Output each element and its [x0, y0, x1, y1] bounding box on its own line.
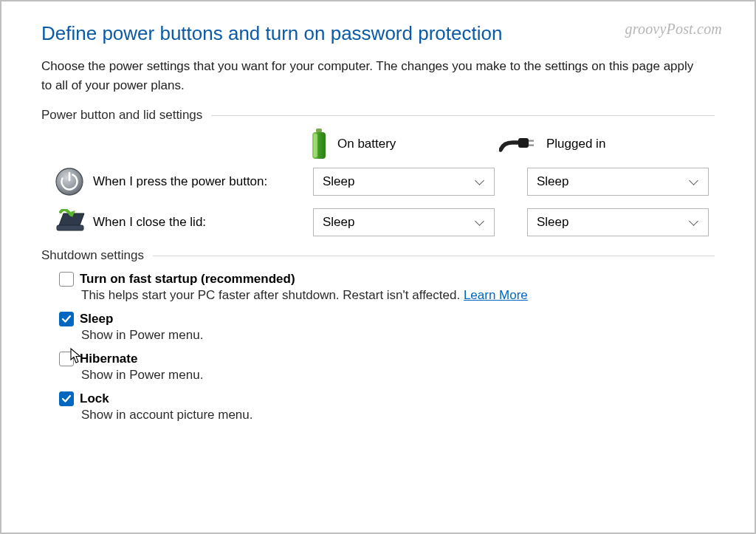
row-close-lid: When I close the lid: Sleep Sleep	[55, 208, 715, 236]
chevron-down-icon	[476, 177, 485, 186]
select-close-lid-battery[interactable]: Sleep	[313, 208, 495, 236]
column-on-battery-label: On battery	[337, 137, 396, 151]
hibernate-desc: Show in Power menu.	[81, 368, 715, 383]
watermark: groovyPost.com	[625, 21, 722, 38]
row-close-lid-label: When I close the lid:	[93, 215, 313, 230]
hibernate-title: Hibernate	[80, 352, 137, 366]
section-divider	[153, 256, 715, 256]
svg-rect-2	[314, 134, 317, 157]
svg-rect-4	[529, 140, 534, 142]
learn-more-link[interactable]: Learn More	[464, 288, 528, 302]
select-power-button-plugged-value: Sleep	[537, 174, 568, 189]
fast-startup-title: Turn on fast startup (recommended)	[80, 272, 295, 287]
shutdown-item-fast-startup: Turn on fast startup (recommended) This …	[59, 272, 715, 303]
plug-icon	[499, 134, 536, 154]
chevron-down-icon	[476, 218, 485, 227]
svg-rect-0	[316, 129, 322, 132]
section-divider	[211, 115, 715, 116]
battery-icon	[311, 129, 327, 160]
section-power-button-lid: Power button and lid settings	[41, 108, 715, 123]
shutdown-item-hibernate: Hibernate Show in Power menu.	[59, 352, 715, 383]
columns-header: On battery Plugged in	[41, 129, 715, 160]
chevron-down-icon	[690, 218, 699, 227]
page-intro: Choose the power settings that you want …	[41, 57, 698, 95]
laptop-lid-icon	[55, 209, 93, 236]
column-plugged-in: Plugged in	[499, 129, 662, 160]
svg-rect-3	[518, 138, 529, 148]
shutdown-item-lock: Lock Show in account picture menu.	[59, 391, 715, 422]
select-close-lid-battery-value: Sleep	[323, 215, 354, 230]
select-power-button-battery-value: Sleep	[323, 174, 354, 189]
column-plugged-in-label: Plugged in	[546, 137, 605, 151]
row-power-button-label: When I press the power button:	[93, 174, 313, 189]
chevron-down-icon	[690, 177, 699, 186]
section-shutdown-label: Shutdown settings	[41, 248, 144, 263]
checkbox-hibernate[interactable]	[59, 352, 74, 366]
fast-startup-desc-text: This helps start your PC faster after sh…	[81, 288, 464, 302]
power-button-icon	[55, 167, 93, 196]
column-on-battery: On battery	[311, 129, 499, 160]
lock-title: Lock	[80, 391, 109, 406]
section-shutdown: Shutdown settings	[41, 248, 715, 263]
page-title: Define power buttons and turn on passwor…	[41, 22, 715, 45]
checkbox-fast-startup[interactable]	[59, 272, 74, 287]
section-power-button-lid-label: Power button and lid settings	[41, 108, 202, 123]
svg-rect-9	[57, 225, 83, 230]
select-close-lid-plugged-value: Sleep	[537, 215, 568, 230]
checkbox-sleep[interactable]	[59, 312, 74, 326]
lock-desc: Show in account picture menu.	[81, 408, 715, 422]
select-close-lid-plugged[interactable]: Sleep	[527, 208, 709, 236]
checkbox-lock[interactable]	[59, 391, 74, 406]
select-power-button-battery[interactable]: Sleep	[313, 168, 495, 196]
fast-startup-desc: This helps start your PC faster after sh…	[81, 288, 715, 303]
svg-rect-5	[529, 145, 534, 146]
shutdown-item-sleep: Sleep Show in Power menu.	[59, 312, 715, 343]
sleep-desc: Show in Power menu.	[81, 328, 715, 343]
sleep-title: Sleep	[80, 312, 113, 326]
row-power-button: When I press the power button: Sleep Sle…	[55, 167, 715, 196]
select-power-button-plugged[interactable]: Sleep	[527, 168, 709, 196]
